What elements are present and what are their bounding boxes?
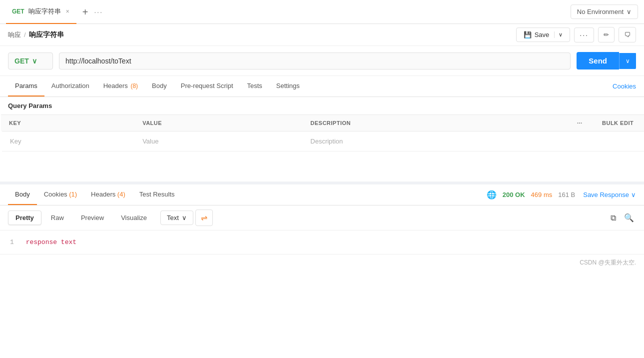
- response-text: response text: [26, 238, 76, 246]
- active-tab[interactable]: GET 响应字符串 ×: [6, 0, 76, 24]
- value-cell[interactable]: Value: [134, 132, 302, 152]
- resp-tab-body-label: Body: [15, 190, 30, 198]
- environment-selector[interactable]: No Environment ∨: [571, 4, 638, 19]
- send-button-group: Send ∨: [577, 52, 636, 70]
- filter-icon-button[interactable]: ⇌: [195, 210, 213, 226]
- tab-tests[interactable]: Tests: [240, 76, 269, 96]
- col-key: KEY: [1, 115, 134, 132]
- edit-button[interactable]: ✏: [598, 27, 615, 42]
- tab-title: 响应字符串: [28, 7, 61, 16]
- response-time: 469 ms: [531, 191, 553, 198]
- save-button[interactable]: 💾 Save ∨: [516, 28, 571, 42]
- globe-icon: 🌐: [487, 190, 497, 200]
- send-button[interactable]: Send: [577, 52, 619, 70]
- resp-tab-headers[interactable]: Headers (4): [84, 184, 132, 205]
- col-description: DESCRIPTION: [302, 115, 569, 132]
- url-bar: GET ∨ Send ∨: [0, 46, 644, 76]
- breadcrumb: 响应 / 响应字符串: [8, 30, 64, 40]
- query-params-label: Query Params: [0, 97, 644, 114]
- tab-params[interactable]: Params: [8, 76, 44, 96]
- tab-pre-request-script[interactable]: Pre-request Script: [174, 76, 240, 96]
- save-response-label: Save Response: [583, 191, 629, 198]
- edit-icon: ✏: [604, 31, 609, 38]
- url-input[interactable]: [65, 57, 564, 65]
- description-cell[interactable]: Description: [302, 132, 569, 152]
- format-dropdown[interactable]: Text ∨: [160, 210, 193, 225]
- bulk-edit-button[interactable]: Bulk Edit: [594, 115, 644, 132]
- chevron-down-icon: ∨: [627, 8, 632, 16]
- tab-bar-right: No Environment ∨: [571, 4, 638, 19]
- more-options-button[interactable]: ···: [574, 28, 594, 42]
- save-label: Save: [535, 31, 550, 38]
- comment-icon: 🗨: [624, 31, 631, 38]
- breadcrumb-separator: /: [24, 31, 26, 38]
- add-tab-button[interactable]: +: [78, 5, 92, 19]
- cookies-link[interactable]: Cookies: [613, 82, 636, 90]
- response-size: 161 B: [558, 191, 575, 198]
- breadcrumb-actions: 💾 Save ∨ ··· ✏ 🗨: [516, 27, 636, 42]
- format-bar: Pretty Raw Preview Visualize Text ∨ ⇌ ⧉ …: [0, 206, 644, 230]
- tab-body[interactable]: Body: [145, 76, 174, 96]
- row-more-cell: [569, 132, 594, 152]
- line-number: 1: [10, 238, 14, 246]
- tab-headers[interactable]: Headers (8): [96, 76, 145, 96]
- copy-icon[interactable]: ⧉: [609, 212, 618, 224]
- footer-text: CSDN @失重外太空.: [580, 259, 636, 266]
- resp-tab-test-results[interactable]: Test Results: [132, 184, 182, 205]
- tab-headers-label: Headers (8): [103, 82, 138, 90]
- visualize-button[interactable]: Visualize: [113, 210, 154, 225]
- comment-button[interactable]: 🗨: [619, 27, 636, 42]
- breadcrumb-current: 响应字符串: [29, 30, 64, 40]
- resp-tab-test-results-label: Test Results: [139, 190, 175, 198]
- chevron-down-icon: ∨: [32, 57, 37, 65]
- chevron-down-icon[interactable]: ∨: [554, 32, 563, 38]
- save-icon: 💾: [524, 31, 532, 38]
- save-response-button[interactable]: Save Response ∨: [583, 191, 636, 198]
- params-section: Query Params KEY VALUE DESCRIPTION ··· B…: [0, 97, 644, 152]
- url-input-wrapper: [59, 52, 571, 70]
- table-row: Key Value Description: [1, 132, 644, 152]
- response-body: 1 response text: [0, 230, 644, 254]
- env-label: No Environment: [577, 8, 624, 16]
- footer: CSDN @失重外太空.: [0, 254, 644, 271]
- response-tabs: Body Cookies (1) Headers (4) Test Result…: [0, 184, 644, 206]
- chevron-down-icon: ∨: [631, 191, 636, 198]
- tab-method-label: GET: [12, 8, 24, 15]
- row-bulk-cell: [594, 132, 644, 152]
- filter-icon: ⇌: [201, 214, 207, 222]
- tab-more-button[interactable]: ···: [94, 8, 103, 16]
- tab-body-label: Body: [152, 82, 167, 90]
- tab-pre-request-label: Pre-request Script: [181, 82, 233, 90]
- col-value: VALUE: [134, 115, 302, 132]
- resp-tab-cookies-label: Cookies (1): [44, 190, 77, 198]
- preview-button[interactable]: Preview: [73, 210, 111, 225]
- tab-authorization-label: Authorization: [51, 82, 89, 90]
- method-selector[interactable]: GET ∨: [8, 52, 53, 70]
- tab-params-label: Params: [15, 82, 37, 90]
- tab-settings-label: Settings: [276, 82, 300, 90]
- tab-authorization[interactable]: Authorization: [44, 76, 96, 96]
- resp-tab-cookies[interactable]: Cookies (1): [37, 184, 84, 205]
- close-icon[interactable]: ×: [65, 7, 70, 16]
- request-tabs: Params Authorization Headers (8) Body Pr…: [0, 76, 644, 97]
- key-cell[interactable]: Key: [1, 132, 134, 152]
- col-more[interactable]: ···: [569, 115, 594, 132]
- params-table: KEY VALUE DESCRIPTION ··· Bulk Edit Key …: [0, 114, 644, 152]
- format-bar-right: ⧉ 🔍: [609, 211, 636, 224]
- chevron-down-icon: ∨: [182, 214, 187, 222]
- resp-tabs-right: 🌐 200 OK 469 ms 161 B Save Response ∨: [487, 190, 636, 200]
- tab-settings[interactable]: Settings: [269, 76, 307, 96]
- search-icon[interactable]: 🔍: [622, 211, 636, 224]
- breadcrumb-parent[interactable]: 响应: [8, 30, 21, 40]
- tab-bar: GET 响应字符串 × + ··· No Environment ∨: [0, 0, 644, 24]
- tab-tests-label: Tests: [247, 82, 262, 90]
- method-label: GET: [14, 57, 29, 65]
- response-status: 🌐 200 OK 469 ms 161 B: [487, 190, 575, 200]
- raw-button[interactable]: Raw: [43, 210, 71, 225]
- pretty-button[interactable]: Pretty: [8, 210, 41, 225]
- resp-tab-body[interactable]: Body: [8, 184, 37, 205]
- resp-tab-headers-label: Headers (4): [91, 190, 125, 198]
- format-label: Text: [167, 214, 179, 222]
- status-code: 200 OK: [503, 191, 525, 198]
- send-dropdown-button[interactable]: ∨: [619, 53, 636, 69]
